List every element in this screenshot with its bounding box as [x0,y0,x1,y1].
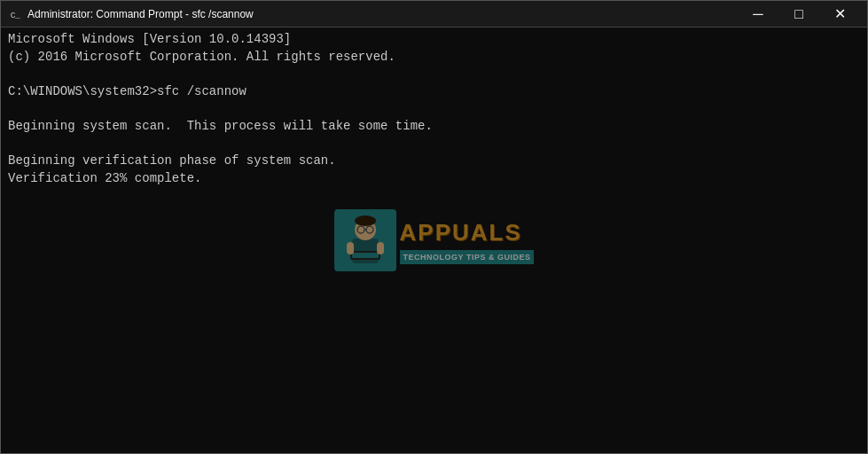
appuals-title: APPUALS [400,216,535,248]
console-line: (c) 2016 Microsoft Corporation. All righ… [8,49,860,67]
console-line: Beginning system scan. This process will… [8,118,860,136]
console-output[interactable]: Microsoft Windows [Version 10.0.14393] (… [1,27,867,453]
appuals-subtitle: TECHNOLOGY TIPS & GUIDES [400,250,535,265]
svg-point-7 [366,226,373,233]
close-button[interactable]: ✕ [819,1,860,27]
appuals-mascot-icon [334,209,396,271]
svg-rect-3 [352,239,379,263]
maximize-button[interactable]: □ [778,1,819,27]
window-title: Administrator: Command Prompt - sfc /sca… [27,8,738,20]
console-line-empty [8,66,860,83]
watermark: APPUALS TECHNOLOGY TIPS & GUIDES [334,209,535,271]
console-line: Verification 23% complete. [8,170,860,188]
minimize-button[interactable]: ─ [738,1,778,27]
console-command-line: C:\WINDOWS\system32>sfc /scannow [8,83,860,101]
console-line: Beginning verification phase of system s… [8,153,860,170]
cmd-window: C _ Administrator: Command Prompt - sfc … [0,0,868,454]
appuals-text: APPUALS TECHNOLOGY TIPS & GUIDES [400,216,535,265]
svg-rect-12 [377,242,384,254]
svg-rect-10 [352,253,379,258]
svg-point-4 [355,219,376,240]
console-line-empty [8,100,860,118]
window-controls: ─ □ ✕ [738,1,860,27]
svg-point-5 [355,215,376,226]
svg-point-6 [357,226,364,233]
appuals-brand: APPUALS TECHNOLOGY TIPS & GUIDES [334,209,535,271]
title-bar: C _ Administrator: Command Prompt - sfc … [1,1,867,27]
svg-rect-9 [350,251,380,260]
svg-text:_: _ [14,11,20,20]
svg-rect-11 [347,242,354,254]
console-line: Microsoft Windows [Version 10.0.14393] [8,31,860,49]
cmd-icon: C _ [8,7,22,21]
console-line-empty [8,136,860,153]
